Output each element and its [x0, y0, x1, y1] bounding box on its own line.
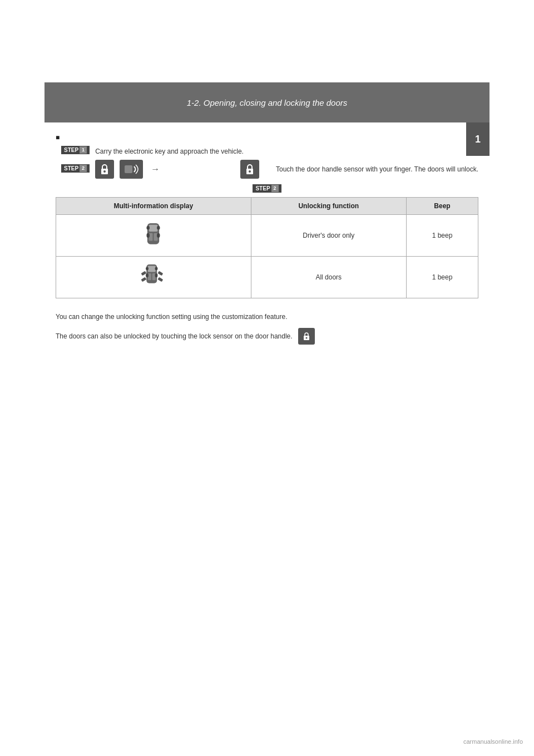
note-lock-icon: [298, 328, 315, 345]
svg-rect-15: [148, 273, 151, 280]
steps-block: STEP 1 Carry the electronic key and appr…: [61, 146, 478, 179]
svg-rect-6: [149, 225, 158, 232]
unlocking-cell-2: All doors: [251, 257, 406, 298]
svg-point-1: [103, 170, 106, 173]
step2-table-badge: STEP 2: [253, 184, 281, 193]
step1-line: STEP 1 Carry the electronic key and appr…: [61, 146, 478, 156]
car-display-cell-2: [56, 257, 251, 298]
step2-badge: STEP 2: [61, 164, 90, 173]
step2-table-badge-container: STEP 2: [56, 184, 478, 193]
col-header-beep: Beep: [406, 198, 478, 215]
svg-rect-16: [152, 273, 156, 280]
beep-cell-1: 1 beep: [406, 215, 478, 257]
step1-text: Carry the electronic key and approach th…: [95, 148, 244, 155]
lock-icon: [95, 160, 114, 179]
svg-point-18: [155, 273, 158, 277]
note-detail: The doors can also be unlocked by touchi…: [56, 328, 478, 345]
watermark: carmanualsonline.info: [463, 738, 523, 745]
section-marker: [56, 134, 478, 141]
col-header-display: Multi-information display: [56, 198, 251, 215]
sensor-icon: [120, 160, 143, 179]
unlocking-cell-1: Driver's door only: [251, 215, 406, 257]
page-header-title: 1-2. Opening, closing and locking the do…: [187, 98, 348, 107]
svg-point-12: [157, 226, 160, 230]
table-row: All doors 1 beep: [56, 257, 478, 298]
unlocking-table: Multi-information display Unlocking func…: [56, 197, 478, 298]
note-text: You can change the unlocking function se…: [56, 312, 478, 322]
step2-line: STEP 2 →: [61, 160, 478, 179]
page-header-bar: 1-2. Opening, closing and locking the do…: [44, 82, 490, 122]
svg-point-19: [146, 267, 149, 270]
svg-rect-8: [154, 233, 158, 241]
lock-closed-icon: [240, 160, 259, 179]
content-area: STEP 1 Carry the electronic key and appr…: [56, 134, 478, 345]
svg-rect-22: [158, 271, 164, 276]
step2-table-container: Multi-information display Unlocking func…: [56, 197, 478, 298]
car-display-cell-1: [56, 215, 251, 257]
table-row: Driver's door only 1 beep: [56, 215, 478, 257]
step2-text: Touch the door handle sensor with your f…: [276, 165, 478, 173]
svg-rect-23: [141, 277, 147, 282]
svg-point-17: [146, 273, 149, 277]
svg-point-4: [249, 170, 251, 173]
svg-point-10: [157, 233, 160, 238]
table-header-row: Multi-information display Unlocking func…: [56, 198, 478, 215]
svg-rect-2: [125, 165, 132, 173]
svg-point-11: [147, 226, 150, 230]
step1-badge: STEP 1: [61, 146, 90, 154]
svg-rect-14: [148, 266, 156, 272]
beep-cell-2: 1 beep: [406, 257, 478, 298]
col-header-unlocking: Unlocking function: [251, 198, 406, 215]
svg-point-9: [147, 233, 150, 238]
svg-rect-7: [149, 233, 153, 241]
svg-point-26: [305, 337, 307, 339]
svg-point-20: [155, 267, 158, 270]
svg-rect-24: [158, 277, 164, 282]
svg-rect-21: [141, 271, 147, 276]
note-section: You can change the unlocking function se…: [56, 312, 478, 345]
arrow-icon: →: [151, 164, 160, 174]
